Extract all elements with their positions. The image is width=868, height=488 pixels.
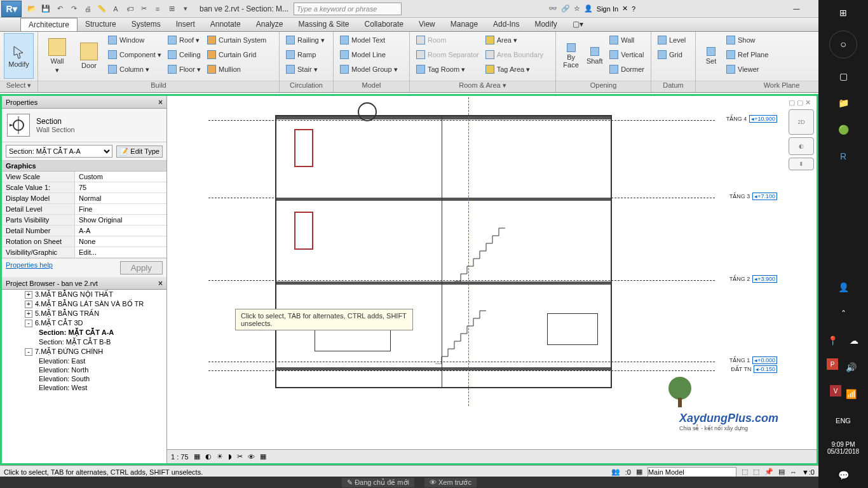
modify-button[interactable]: Modify <box>4 33 34 79</box>
link-icon[interactable]: 🔗 <box>561 4 570 13</box>
door-button[interactable]: Door <box>74 33 104 79</box>
tag-area-button[interactable]: Tag Area ▾ <box>483 62 546 76</box>
show-button[interactable]: Show <box>724 33 771 47</box>
tree-expand-icon[interactable]: + <box>25 291 32 299</box>
tab-annotate[interactable]: Annotate <box>203 18 248 31</box>
print-icon[interactable]: 🖨 <box>81 3 94 15</box>
tab-architecture[interactable]: Architecture <box>20 18 78 31</box>
signin-link[interactable]: Sign In <box>597 5 618 13</box>
tree-expand-icon[interactable]: + <box>25 310 32 318</box>
shaft-button[interactable]: Shaft <box>583 33 606 79</box>
mullion-button[interactable]: Mullion <box>205 62 269 76</box>
view-min-icon[interactable]: ▢ ▢ ✕ <box>789 98 814 107</box>
panel-label-select[interactable]: Select ▾ <box>0 81 37 92</box>
tab-collaborate[interactable]: Collaborate <box>357 18 411 31</box>
wall-opening-button[interactable]: Wall <box>607 33 647 47</box>
tab-context[interactable]: ▢▾ <box>565 18 591 31</box>
tree-item[interactable]: Elevation: East <box>2 356 166 365</box>
hide-icon[interactable]: 👁 <box>248 453 255 461</box>
tree-item[interactable]: +3.MẶT BẰNG NỘI THẤT <box>2 290 166 299</box>
chevron-up-icon[interactable]: ˄ <box>834 305 852 323</box>
explorer-icon[interactable]: 📁 <box>834 94 852 112</box>
property-row[interactable]: Scale Value 1:75 <box>2 182 166 193</box>
property-row[interactable]: Detail NumberA-A <box>2 226 166 236</box>
notifications-icon[interactable]: 💬 <box>834 466 852 484</box>
revit-logo[interactable]: R▾ <box>1 1 22 17</box>
tab-insert[interactable]: Insert <box>168 18 203 31</box>
property-row[interactable]: Visibility/GraphicEdit... <box>2 247 166 258</box>
tab-massing[interactable]: Massing & Site <box>291 18 357 31</box>
redo-icon[interactable]: ↷ <box>67 3 80 15</box>
floor-button[interactable]: Floor ▾ <box>165 62 203 76</box>
railing-button[interactable]: Railing ▾ <box>283 33 327 47</box>
user-icon[interactable]: 👤 <box>584 4 593 13</box>
select-pinned-icon[interactable]: 📌 <box>764 468 773 476</box>
project-browser-tree[interactable]: +3.MẶT BẰNG NỘI THẤT+4.MẶT BẰNG LÁT SÀN … <box>2 290 166 463</box>
tab-systems[interactable]: Systems <box>124 18 168 31</box>
tree-item[interactable]: Elevation: North <box>2 365 166 374</box>
component-button[interactable]: Component ▾ <box>105 48 164 62</box>
tree-item[interactable]: +4.MẶT BẰNG LÁT SÀN VÀ BỐ TR <box>2 299 166 309</box>
taskbar-clock[interactable]: 9:09 PM 05/31/2018 <box>825 438 862 458</box>
property-value[interactable]: Fine <box>75 204 166 214</box>
level-button[interactable]: Level <box>655 33 688 47</box>
type-selector[interactable]: Section Wall Section <box>2 109 166 142</box>
preview-button[interactable]: 👁 Xem trước <box>424 478 477 487</box>
shadows-icon[interactable]: ◗ <box>228 452 232 461</box>
tree-item[interactable]: Section: MẶT CẮT A-A <box>2 328 166 337</box>
crop-icon[interactable]: ✂ <box>237 452 243 461</box>
new-topic-button[interactable]: ✎ Đang chủ đề mới <box>342 478 414 487</box>
ramp-button[interactable]: Ramp <box>283 48 327 62</box>
binoculars-icon[interactable]: 👓 <box>548 4 557 13</box>
property-value[interactable]: Custom <box>75 172 166 182</box>
edit-type-button[interactable]: 📝 Edit Type <box>116 146 163 158</box>
visual-style-icon[interactable]: ◐ <box>205 452 212 461</box>
wall-button[interactable]: Wall▾ <box>42 33 72 79</box>
windows-start-icon[interactable]: ⊞ <box>834 4 852 22</box>
tab-structure[interactable]: Structure <box>78 18 124 31</box>
viewer-button[interactable]: Viewer <box>724 62 771 76</box>
worksets-icon[interactable]: 👥 <box>611 468 620 476</box>
tree-item[interactable]: -7.MẶT ĐỨNG CHÍNH <box>2 347 166 356</box>
model-text-button[interactable]: Model Text <box>337 33 400 47</box>
area-boundary-button[interactable]: Area Boundary <box>483 48 546 62</box>
select-face-icon[interactable]: ▤ <box>778 468 785 476</box>
people-icon[interactable]: 👤 <box>834 278 852 296</box>
property-value[interactable]: A-A <box>75 226 166 236</box>
apply-button[interactable]: Apply <box>120 261 163 274</box>
scale-selector[interactable]: 1 : 75 <box>171 453 189 461</box>
properties-help-link[interactable]: Properties help <box>6 261 53 274</box>
close-views-icon[interactable]: ⊞ <box>165 3 178 15</box>
tag-icon[interactable]: 🏷 <box>123 3 136 15</box>
category-graphics[interactable]: Graphics <box>2 161 166 172</box>
room-separator-button[interactable]: Room Separator <box>414 48 482 62</box>
open-icon[interactable]: 📂 <box>25 3 38 15</box>
roof-button[interactable]: Roof ▾ <box>165 33 203 47</box>
property-value[interactable]: None <box>75 236 166 247</box>
curtain-grid-button[interactable]: Curtain Grid <box>205 48 269 62</box>
tab-view[interactable]: View <box>411 18 443 31</box>
text-icon[interactable]: A <box>109 3 122 15</box>
exchange-icon[interactable]: ✕ <box>622 4 628 13</box>
reveal-icon[interactable]: ▦ <box>260 452 266 461</box>
level-tag[interactable]: TẦNG 3◂+7.100 <box>729 193 777 200</box>
minimize-button[interactable]: ─ <box>782 0 811 18</box>
dormer-button[interactable]: Dormer <box>607 62 647 76</box>
volume-icon[interactable]: 🔊 <box>842 358 860 376</box>
powerpoint-icon[interactable]: P <box>827 358 838 370</box>
tree-expand-icon[interactable]: - <box>25 320 32 327</box>
tree-item[interactable]: Elevation: West <box>2 383 166 392</box>
area-button[interactable]: Area ▾ <box>483 33 546 47</box>
undo-icon[interactable]: ↶ <box>53 3 66 15</box>
tree-expand-icon[interactable]: + <box>25 301 32 308</box>
property-row[interactable]: Rotation on SheetNone <box>2 236 166 247</box>
chrome-icon[interactable]: 🟢 <box>834 121 852 139</box>
column-button[interactable]: Column ▾ <box>105 62 164 76</box>
model-line-button[interactable]: Model Line <box>337 48 400 62</box>
select-underlay-icon[interactable]: ⬚ <box>753 468 759 476</box>
browser-header[interactable]: Project Browser - ban ve 2.rvt × <box>2 277 166 290</box>
vertical-button[interactable]: Vertical <box>607 48 647 62</box>
revit-taskbar-icon[interactable]: R <box>834 147 852 165</box>
property-value[interactable]: Normal <box>75 193 166 203</box>
tree-expand-icon[interactable]: - <box>25 348 32 356</box>
